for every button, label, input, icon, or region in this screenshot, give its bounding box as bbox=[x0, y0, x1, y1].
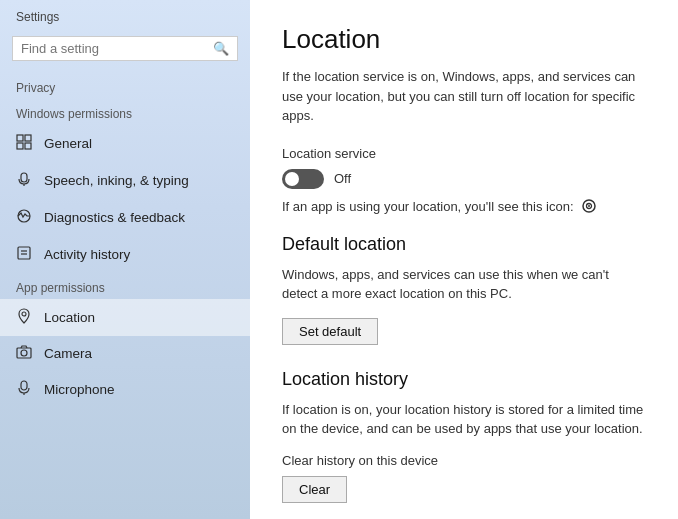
sidebar: Settings 🔍 Privacy Windows permissions G… bbox=[0, 0, 250, 519]
svg-rect-1 bbox=[25, 135, 31, 141]
privacy-label: Privacy bbox=[0, 73, 250, 99]
sidebar-item-general[interactable]: General bbox=[0, 125, 250, 162]
svg-rect-2 bbox=[17, 143, 23, 149]
location-service-label: Location service bbox=[282, 146, 646, 161]
svg-point-11 bbox=[21, 350, 27, 356]
sidebar-item-microphone[interactable]: Microphone bbox=[0, 371, 250, 408]
sidebar-item-location[interactable]: Location bbox=[0, 299, 250, 336]
activity-icon bbox=[16, 245, 32, 264]
svg-rect-6 bbox=[18, 247, 30, 259]
svg-rect-3 bbox=[25, 143, 31, 149]
location-history-title: Location history bbox=[282, 369, 646, 390]
sidebar-title: Settings bbox=[0, 0, 250, 32]
clear-button[interactable]: Clear bbox=[282, 476, 347, 503]
svg-point-9 bbox=[22, 312, 26, 316]
toggle-row: Off bbox=[282, 169, 646, 189]
sidebar-item-general-label: General bbox=[44, 136, 92, 151]
icon-hint-text: If an app is using your location, you'll… bbox=[282, 199, 574, 214]
location-toggle[interactable] bbox=[282, 169, 324, 189]
general-icon bbox=[16, 134, 32, 153]
default-location-title: Default location bbox=[282, 234, 646, 255]
windows-permissions-label: Windows permissions bbox=[0, 99, 250, 125]
main-content: Location If the location service is on, … bbox=[250, 0, 678, 519]
microphone-icon bbox=[16, 380, 32, 399]
page-description: If the location service is on, Windows, … bbox=[282, 67, 646, 126]
svg-rect-12 bbox=[21, 381, 27, 390]
toggle-track bbox=[282, 169, 324, 189]
location-nav-icon bbox=[16, 308, 32, 327]
speech-icon bbox=[16, 171, 32, 190]
toggle-thumb bbox=[285, 172, 299, 186]
svg-point-16 bbox=[588, 205, 590, 207]
camera-icon bbox=[16, 345, 32, 362]
app-permissions-label: App permissions bbox=[0, 273, 250, 299]
sidebar-item-camera[interactable]: Camera bbox=[0, 336, 250, 371]
location-indicator-icon bbox=[582, 199, 596, 213]
toggle-state-label: Off bbox=[334, 171, 351, 186]
location-history-desc: If location is on, your location history… bbox=[282, 400, 646, 439]
search-input[interactable] bbox=[21, 41, 213, 56]
search-icon: 🔍 bbox=[213, 41, 229, 56]
page-title: Location bbox=[282, 24, 646, 55]
sidebar-item-diagnostics-label: Diagnostics & feedback bbox=[44, 210, 185, 225]
sidebar-item-microphone-label: Microphone bbox=[44, 382, 115, 397]
search-box[interactable]: 🔍 bbox=[12, 36, 238, 61]
sidebar-item-speech-label: Speech, inking, & typing bbox=[44, 173, 189, 188]
sidebar-item-location-label: Location bbox=[44, 310, 95, 325]
icon-hint: If an app is using your location, you'll… bbox=[282, 199, 646, 214]
clear-history-label: Clear history on this device bbox=[282, 453, 646, 468]
diagnostics-icon bbox=[16, 208, 32, 227]
sidebar-item-activity[interactable]: Activity history bbox=[0, 236, 250, 273]
set-default-button[interactable]: Set default bbox=[282, 318, 378, 345]
sidebar-item-diagnostics[interactable]: Diagnostics & feedback bbox=[0, 199, 250, 236]
sidebar-item-activity-label: Activity history bbox=[44, 247, 130, 262]
sidebar-item-speech[interactable]: Speech, inking, & typing bbox=[0, 162, 250, 199]
default-location-desc: Windows, apps, and services can use this… bbox=[282, 265, 646, 304]
sidebar-item-camera-label: Camera bbox=[44, 346, 92, 361]
svg-rect-0 bbox=[17, 135, 23, 141]
